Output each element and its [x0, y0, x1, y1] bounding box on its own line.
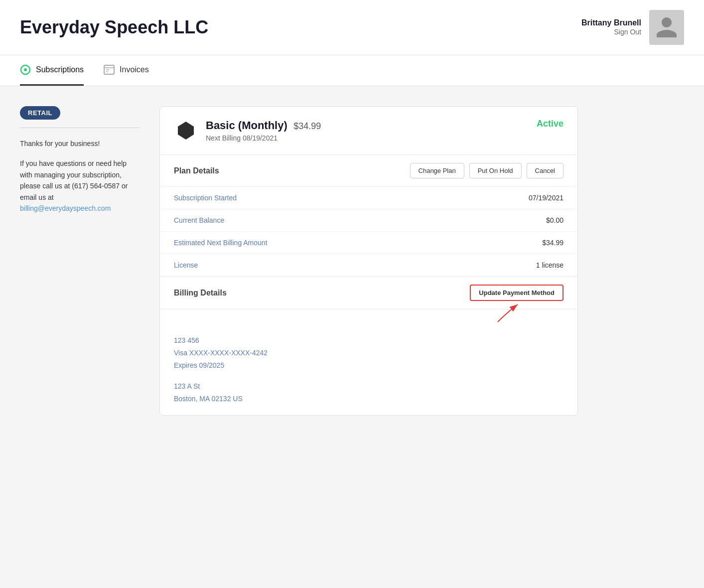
billing-section: Billing Details Update Payment Method 12… [160, 277, 577, 415]
arrow-annotation [160, 309, 577, 324]
license-value: 1 license [536, 261, 563, 269]
current-balance-value: $0.00 [546, 216, 563, 224]
plan-next-billing: Next Billing 08/19/2021 [206, 134, 321, 142]
estimated-billing-row: Estimated Next Billing Amount $34.99 [160, 232, 577, 254]
signout-link[interactable]: Sign Out [614, 28, 641, 36]
plan-icon [174, 119, 198, 143]
header: Everyday Speech LLC Brittany Brunell Sig… [0, 0, 704, 55]
update-payment-button[interactable]: Update Payment Method [470, 285, 563, 301]
billing-details-title: Billing Details [174, 289, 227, 297]
subscription-started-label: Subscription Started [174, 194, 237, 202]
avatar-icon [654, 15, 679, 40]
annotation-arrow [468, 302, 528, 327]
billing-address-line1: 123 A St [174, 380, 563, 393]
billing-address-line2: Boston, MA 02132 US [174, 393, 563, 405]
billing-email-link[interactable]: billing@everydayspeech.com [20, 204, 111, 212]
help-text: If you have questions or need help with … [20, 158, 140, 214]
license-label: License [174, 261, 198, 269]
invoices-icon [104, 65, 115, 75]
plan-name: Basic (Monthly) [206, 119, 287, 132]
plan-details-title: Plan Details [174, 166, 219, 175]
billing-card: Visa XXXX-XXXX-XXXX-4242 [174, 347, 563, 359]
current-balance-row: Current Balance $0.00 [160, 209, 577, 232]
estimated-billing-value: $34.99 [542, 239, 563, 247]
svg-point-1 [24, 68, 27, 71]
plan-info: Basic (Monthly) $34.99 Next Billing 08/1… [206, 119, 321, 142]
plan-details-section: Plan Details Change Plan Put On Hold Can… [160, 155, 577, 277]
subscription-card: Basic (Monthly) $34.99 Next Billing 08/1… [159, 106, 578, 416]
change-plan-button[interactable]: Change Plan [410, 163, 464, 178]
sidebar-divider [20, 128, 140, 128]
billing-details-content: 123 456 Visa XXXX-XXXX-XXXX-4242 Expires… [160, 324, 577, 415]
company-title: Everyday Speech LLC [20, 17, 208, 38]
plan-price: $34.99 [293, 121, 321, 131]
plan-name-price: Basic (Monthly) $34.99 [206, 119, 321, 132]
billing-name: 123 456 [174, 334, 563, 347]
subscription-started-value: 07/19/2021 [529, 194, 563, 202]
subscriptions-tab-label: Subscriptions [36, 65, 84, 74]
username: Brittany Brunell [581, 18, 641, 27]
main-content: RETAIL Thanks for your business! If you … [0, 86, 598, 436]
subscription-started-row: Subscription Started 07/19/2021 [160, 187, 577, 209]
billing-address: 123 A St Boston, MA 02132 US [174, 380, 563, 405]
plan-actions: Change Plan Put On Hold Cancel [410, 163, 563, 178]
put-on-hold-button[interactable]: Put On Hold [469, 163, 522, 178]
billing-expires: Expires 09/2025 [174, 359, 563, 372]
tab-subscriptions[interactable]: Subscriptions [20, 55, 84, 86]
plan-details-header: Plan Details Change Plan Put On Hold Can… [160, 155, 577, 187]
plan-header-left: Basic (Monthly) $34.99 Next Billing 08/1… [174, 119, 321, 143]
avatar [649, 10, 684, 45]
license-row: License 1 license [160, 254, 577, 276]
user-section: Brittany Brunell Sign Out [581, 10, 684, 45]
subscriptions-icon [20, 64, 31, 75]
tab-invoices[interactable]: Invoices [104, 56, 149, 85]
invoices-tab-label: Invoices [120, 65, 149, 74]
plan-status: Active [537, 119, 563, 129]
cancel-button[interactable]: Cancel [527, 163, 563, 178]
retail-badge: RETAIL [20, 106, 60, 120]
user-info: Brittany Brunell Sign Out [581, 18, 641, 36]
plan-header: Basic (Monthly) $34.99 Next Billing 08/1… [160, 107, 577, 155]
estimated-billing-label: Estimated Next Billing Amount [174, 239, 268, 247]
nav-tabs: Subscriptions Invoices [0, 55, 704, 86]
thanks-text: Thanks for your business! [20, 138, 140, 149]
current-balance-label: Current Balance [174, 216, 224, 224]
sidebar: RETAIL Thanks for your business! If you … [20, 106, 140, 416]
svg-marker-6 [178, 122, 194, 140]
